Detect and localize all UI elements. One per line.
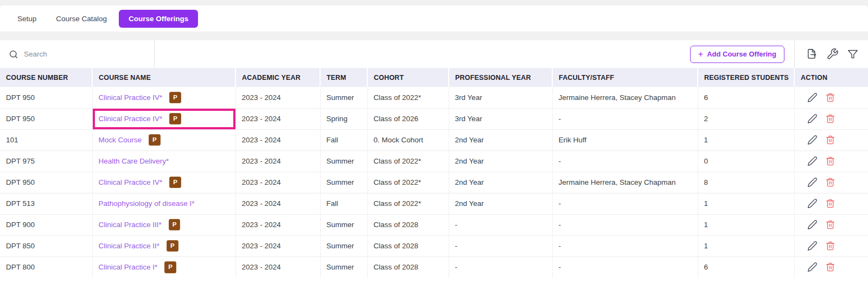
edit-button[interactable] xyxy=(807,135,818,145)
delete-button[interactable] xyxy=(825,198,835,209)
toolbar-icon-group xyxy=(795,40,868,68)
toolbar-spacer xyxy=(155,40,690,68)
faculty-staff-cell: - xyxy=(552,256,698,278)
trash-icon xyxy=(825,156,835,166)
action-wrap xyxy=(801,92,868,103)
action-wrap xyxy=(801,198,868,209)
academic-year-cell: 2023 - 2024 xyxy=(235,108,320,129)
filter-button[interactable] xyxy=(847,48,859,60)
action-wrap xyxy=(801,114,868,124)
course-name-link[interactable]: Pathophysiology of disease I* xyxy=(99,199,195,208)
tab-bar: Setup Course Catalog Course Offerings xyxy=(0,5,868,32)
action-wrap xyxy=(801,135,868,145)
column-header-professional-year: PROFESSIONAL YEAR xyxy=(449,68,552,87)
registered-students-cell: 6 xyxy=(698,256,794,278)
tab-course-catalog[interactable]: Course Catalog xyxy=(48,10,114,27)
course-name-link[interactable]: Clinical Practice III* xyxy=(99,221,162,229)
course-number-cell: DPT 850 xyxy=(0,235,92,256)
delete-button[interactable] xyxy=(825,241,835,251)
term-cell: Fall xyxy=(320,193,367,214)
term-cell: Summer xyxy=(320,235,367,256)
course-name-link[interactable]: Clinical Practice IV* xyxy=(99,115,163,123)
pencil-icon xyxy=(807,177,818,187)
course-offerings-screen: Setup Course Catalog Course Offerings + … xyxy=(0,0,868,282)
edit-button[interactable] xyxy=(807,92,818,103)
top-strip xyxy=(0,0,868,5)
pencil-icon xyxy=(807,114,818,124)
course-name-wrap: Clinical Practice I* P xyxy=(99,261,176,273)
delete-button[interactable] xyxy=(825,262,835,272)
course-number-cell: DPT 950 xyxy=(0,172,92,193)
search-icon xyxy=(9,49,18,59)
action-wrap xyxy=(801,177,868,187)
pencil-icon xyxy=(807,262,818,272)
delete-button[interactable] xyxy=(825,92,835,103)
course-offerings-table: COURSE NUMBERCOURSE NAMEACADEMIC YEARTER… xyxy=(0,68,868,278)
course-name-link[interactable]: Clinical Practice IV* xyxy=(99,178,163,186)
program-badge: P xyxy=(169,177,181,189)
edit-button[interactable] xyxy=(807,198,818,209)
course-name-link[interactable]: Mock Course xyxy=(99,136,142,144)
faculty-staff-cell: - xyxy=(552,193,698,214)
table-row: DPT 850 Clinical Practice II* P 2023 - 2… xyxy=(0,235,868,256)
table-row: DPT 900 Clinical Practice III* P 2023 - … xyxy=(0,214,868,235)
professional-year-cell: 2nd Year xyxy=(449,151,552,172)
academic-year-cell: 2023 - 2024 xyxy=(235,172,320,193)
column-header-faculty-staff: FACULTY/STAFF xyxy=(552,68,698,87)
cohort-cell: Class of 2028 xyxy=(367,256,449,278)
delete-button[interactable] xyxy=(825,177,835,187)
professional-year-cell: 2nd Year xyxy=(449,172,552,193)
tab-setup[interactable]: Setup xyxy=(10,10,44,27)
delete-button[interactable] xyxy=(825,114,835,124)
edit-button[interactable] xyxy=(807,262,818,272)
action-wrap xyxy=(801,220,868,230)
delete-button[interactable] xyxy=(825,156,835,166)
delete-button[interactable] xyxy=(825,220,835,230)
delete-button[interactable] xyxy=(825,135,835,145)
course-name-link[interactable]: Clinical Practice II* xyxy=(99,242,160,250)
action-cell xyxy=(794,87,868,108)
professional-year-cell: - xyxy=(449,235,552,256)
action-cell xyxy=(794,256,868,278)
trash-icon xyxy=(825,114,835,124)
edit-button[interactable] xyxy=(807,177,818,187)
plus-icon: + xyxy=(698,50,703,59)
action-cell xyxy=(794,214,868,235)
table-row: 101 Mock Course P 2023 - 2024 Fall 0. Mo… xyxy=(0,129,868,151)
faculty-staff-cell: Jermaine Herrera, Stacey Chapman xyxy=(552,172,698,193)
course-name-link[interactable]: Clinical Practice I* xyxy=(99,263,158,271)
cohort-cell: Class of 2022* xyxy=(367,172,449,193)
export-button[interactable] xyxy=(806,48,818,60)
course-name-link[interactable]: Health Care Delivery* xyxy=(99,157,169,165)
pencil-icon xyxy=(807,198,818,209)
trash-icon xyxy=(825,198,835,209)
edit-button[interactable] xyxy=(807,156,818,166)
course-name-cell: Clinical Practice I* P xyxy=(92,256,235,278)
action-cell xyxy=(794,129,868,151)
tab-course-offerings[interactable]: Course Offerings xyxy=(119,10,198,28)
professional-year-cell: 2nd Year xyxy=(449,129,552,151)
faculty-staff-cell: - xyxy=(552,235,698,256)
action-wrap xyxy=(801,262,868,272)
edit-button[interactable] xyxy=(807,114,818,124)
course-name-wrap: Clinical Practice IV* P xyxy=(99,113,181,125)
add-course-offering-button[interactable]: + Add Course Offering xyxy=(690,46,784,63)
action-cell xyxy=(794,151,868,172)
edit-button[interactable] xyxy=(807,241,818,251)
trash-icon xyxy=(825,241,835,251)
settings-button[interactable] xyxy=(826,48,839,60)
course-name-wrap: Clinical Practice IV* P xyxy=(99,92,181,104)
trash-icon xyxy=(825,220,835,230)
table-row: DPT 950 Clinical Practice IV* P 2023 - 2… xyxy=(0,172,868,193)
search-box[interactable] xyxy=(0,40,155,68)
search-input[interactable] xyxy=(24,50,132,58)
edit-button[interactable] xyxy=(807,220,818,230)
course-name-cell: Health Care Delivery* xyxy=(92,151,235,172)
course-name-cell: Clinical Practice IV* P xyxy=(92,87,235,108)
term-cell: Summer xyxy=(320,172,367,193)
bar-gap xyxy=(0,32,868,40)
registered-students-cell: 1 xyxy=(698,235,794,256)
column-header-registered-students: REGISTERED STUDENTS xyxy=(698,68,794,87)
course-name-link[interactable]: Clinical Practice IV* xyxy=(99,93,163,102)
action-cell xyxy=(794,235,868,256)
